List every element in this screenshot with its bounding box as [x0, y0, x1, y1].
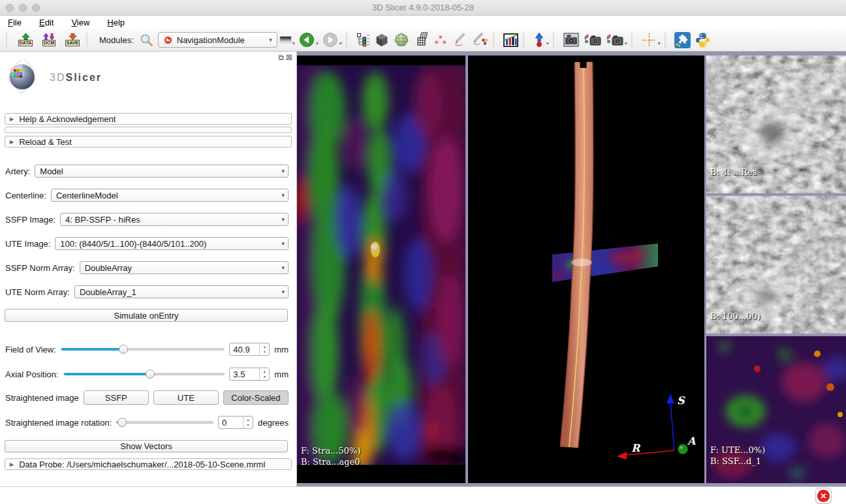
- rotation-unit: degrees: [258, 418, 289, 428]
- axial-position-slider[interactable]: [63, 373, 225, 375]
- menu-edit[interactable]: Edit: [39, 18, 54, 27]
- markups-button[interactable]: ✳✳✳: [431, 30, 450, 50]
- spin-down-icon: ▼: [263, 350, 266, 354]
- module-history-back-button[interactable]: ▾: [297, 30, 321, 50]
- slice-view-yellow[interactable]: B: 100...00): [706, 196, 846, 334]
- screenshot-button[interactable]: [561, 30, 582, 50]
- data-probe-section[interactable]: ▶ Data Probe: /Users/michaelschumaker/..…: [5, 458, 292, 470]
- main-toolbar: DATA DCM SAVE Modules: NavigationModule …: [0, 29, 846, 52]
- show-vectors-button[interactable]: Show Vectors: [5, 440, 288, 452]
- ute-button[interactable]: UTE: [153, 390, 219, 405]
- threed-view[interactable]: S R A: [468, 55, 704, 483]
- slice3-foreground-label: F: UTE...0%): [710, 445, 765, 456]
- crosshair-button[interactable]: ▾: [639, 30, 663, 50]
- spin-up-icon: ▲: [263, 345, 266, 349]
- subject-hierarchy-button[interactable]: [354, 30, 372, 50]
- ssfp-norm-array-selector[interactable]: DoubleArray▾: [80, 261, 289, 274]
- toolbar-grip[interactable]: [86, 33, 91, 47]
- centerline-row: Centerline: CenterlineModel▾: [5, 189, 289, 202]
- error-log-button[interactable]: ✕: [815, 488, 832, 504]
- annotations-button[interactable]: [450, 30, 470, 50]
- slice2-background-label: B: 100...00): [710, 311, 760, 322]
- save-icon: SAVE: [63, 33, 82, 46]
- axial-position-spinbox[interactable]: 3.5 ▲▼: [229, 368, 270, 381]
- rotation-spinbox[interactable]: 0 ▲▼: [218, 416, 253, 429]
- help-acknowledgement-section[interactable]: ▶ Help & Acknowledgement: [5, 113, 292, 125]
- collapse-arrow-icon: ▶: [10, 139, 14, 145]
- axis-a-label: A: [687, 435, 696, 447]
- ssfp-norm-array-label: SSFP Norm Array:: [5, 263, 75, 273]
- menu-bar: File Edit View Help: [0, 16, 846, 29]
- volume-rendering-button[interactable]: [372, 30, 392, 50]
- empty-section-frame: [5, 127, 292, 133]
- screenshot-camera-icon: [563, 31, 580, 48]
- menu-help[interactable]: Help: [107, 18, 125, 27]
- threshold-button[interactable]: ▾: [277, 30, 297, 50]
- ute-image-selector[interactable]: 100: (8440/5/1..100)-(8440/5/101..200)▾: [55, 237, 289, 250]
- extensions-manager-button[interactable]: [672, 30, 693, 50]
- models-button[interactable]: [392, 30, 411, 50]
- module-search-button[interactable]: [138, 30, 155, 50]
- artery-selector[interactable]: Model▾: [35, 165, 289, 178]
- straightened-image-view[interactable]: F: Stra...50%) B: Stra...age0: [297, 55, 465, 483]
- field-of-view-slider[interactable]: [61, 348, 225, 351]
- load-data-button[interactable]: DATA: [14, 30, 37, 50]
- annotation-color-button[interactable]: [470, 30, 491, 50]
- ssfp-button[interactable]: SSFP: [84, 390, 149, 405]
- field-of-view-spinbox[interactable]: 40.9 ▲▼: [229, 343, 270, 356]
- history-back-icon: [299, 32, 315, 48]
- chevron-down-icon: ▾: [281, 240, 285, 247]
- chart-icon: [503, 32, 519, 48]
- toolbar-grip[interactable]: [346, 33, 351, 47]
- menu-view[interactable]: View: [71, 18, 89, 27]
- undock-panel-button[interactable]: ⧉: [278, 53, 284, 62]
- slider-handle[interactable]: [146, 370, 155, 379]
- toolbar-grip[interactable]: [665, 33, 669, 47]
- transforms-grid-icon: [413, 32, 429, 48]
- module-history-forward-button[interactable]: ▾: [321, 30, 344, 50]
- charts-button[interactable]: [501, 30, 521, 50]
- toolbar-grip[interactable]: [631, 33, 636, 47]
- toolbar-grip[interactable]: [493, 33, 497, 47]
- rotation-slider[interactable]: [116, 421, 213, 424]
- straightened-background-label: B: Stra...age0: [301, 456, 360, 467]
- slider-handle[interactable]: [118, 418, 127, 427]
- ssfp-image-selector[interactable]: 4: BP-SSFP - hiRes▾: [60, 213, 289, 226]
- spin-down-icon: ▼: [263, 375, 266, 379]
- place-fiducial-button[interactable]: ▾: [531, 30, 551, 50]
- ute-norm-array-selector[interactable]: DoubleArray_1▾: [74, 285, 289, 298]
- spin-down-icon: ▼: [247, 423, 250, 427]
- scene-view-button[interactable]: [582, 30, 604, 50]
- axial-position-row: Axial Position: 3.5 ▲▼ mm: [5, 368, 289, 381]
- save-button[interactable]: SAVE: [61, 30, 84, 50]
- slice-view-green[interactable]: F: UTE...0%) B: SSF...d_1: [706, 336, 846, 483]
- reload-test-section[interactable]: ▶ Reload & Test: [5, 136, 292, 148]
- close-panel-button[interactable]: ⊠: [286, 53, 292, 62]
- chevron-down-icon: ▾: [339, 40, 342, 46]
- color-scaled-button[interactable]: Color-Scaled: [223, 390, 289, 405]
- ssfp-norm-array-row: SSFP Norm Array: DoubleArray▾: [5, 261, 289, 274]
- slice-view-red[interactable]: B: 4: ...Res: [706, 55, 846, 193]
- volume-cube-icon: [374, 32, 390, 48]
- collapse-arrow-icon: ▶: [10, 462, 14, 467]
- slider-handle[interactable]: [119, 345, 128, 354]
- ssfp-image-label: SSFP Image:: [5, 215, 55, 225]
- rotation-label: Straightened image rotation:: [5, 418, 112, 428]
- load-dicom-button[interactable]: DCM: [37, 30, 61, 50]
- ute-norm-array-row: UTE Norm Array: DoubleArray_1▾: [5, 285, 289, 298]
- spin-up-icon: ▲: [263, 370, 266, 373]
- toolbar-grip[interactable]: [523, 33, 527, 47]
- field-of-view-label: Field of View:: [5, 345, 56, 354]
- simulate-onentry-button[interactable]: Simulate onEntry: [5, 309, 288, 322]
- centerline-selector[interactable]: CenterlineModel▾: [51, 189, 289, 202]
- restore-scene-view-button[interactable]: ▾: [604, 30, 629, 50]
- toolbar-grip[interactable]: [553, 33, 557, 47]
- menu-file[interactable]: File: [8, 18, 22, 27]
- threshold-icon: [279, 33, 292, 46]
- chevron-down-icon: ▾: [625, 40, 627, 46]
- python-console-button[interactable]: [693, 30, 713, 50]
- chevron-down-icon: ▾: [281, 264, 285, 271]
- transforms-button[interactable]: [411, 30, 431, 50]
- toolbar-grip[interactable]: [6, 33, 10, 47]
- module-selector[interactable]: NavigationModule ▾: [158, 32, 277, 48]
